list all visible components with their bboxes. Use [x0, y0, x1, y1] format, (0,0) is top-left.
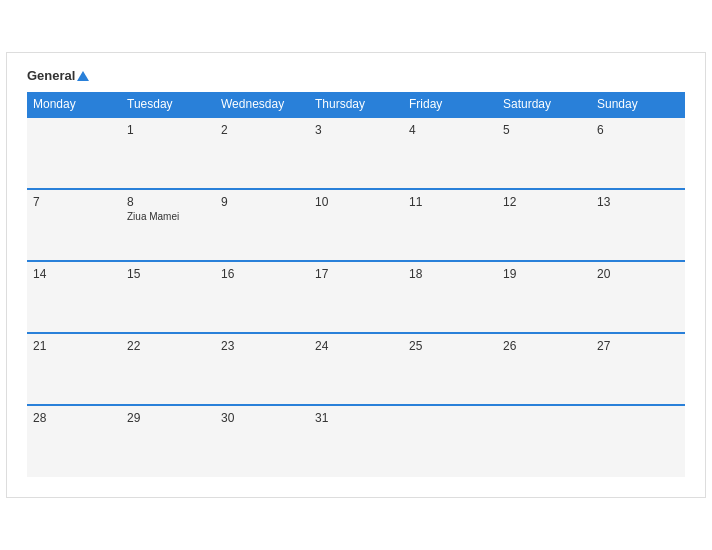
logo-general-text: General: [27, 69, 89, 82]
calendar-week-row: 21222324252627: [27, 333, 685, 405]
day-number: 15: [127, 267, 209, 281]
day-number: 6: [597, 123, 679, 137]
logo: General: [27, 69, 89, 82]
calendar-week-row: 14151617181920: [27, 261, 685, 333]
calendar-cell: [497, 405, 591, 477]
day-number: 8: [127, 195, 209, 209]
day-number: 9: [221, 195, 303, 209]
day-number: 13: [597, 195, 679, 209]
day-number: 24: [315, 339, 397, 353]
calendar-cell: 27: [591, 333, 685, 405]
calendar-week-row: 78Ziua Mamei910111213: [27, 189, 685, 261]
weekday-header: Thursday: [309, 92, 403, 117]
calendar-cell: 29: [121, 405, 215, 477]
calendar-cell: 19: [497, 261, 591, 333]
calendar-cell: 1: [121, 117, 215, 189]
calendar-cell: 31: [309, 405, 403, 477]
day-number: 22: [127, 339, 209, 353]
calendar-cell: 6: [591, 117, 685, 189]
day-number: 2: [221, 123, 303, 137]
day-number: 14: [33, 267, 115, 281]
calendar-cell: 20: [591, 261, 685, 333]
calendar-cell: 24: [309, 333, 403, 405]
day-number: 3: [315, 123, 397, 137]
calendar-cell: 12: [497, 189, 591, 261]
day-number: 29: [127, 411, 209, 425]
day-number: 21: [33, 339, 115, 353]
weekday-header: Saturday: [497, 92, 591, 117]
day-number: 4: [409, 123, 491, 137]
day-number: 11: [409, 195, 491, 209]
day-number: 28: [33, 411, 115, 425]
day-number: 5: [503, 123, 585, 137]
day-number: 19: [503, 267, 585, 281]
calendar-cell: 17: [309, 261, 403, 333]
weekday-header: Wednesday: [215, 92, 309, 117]
calendar-cell: 28: [27, 405, 121, 477]
calendar-cell: 21: [27, 333, 121, 405]
day-number: 16: [221, 267, 303, 281]
weekday-header: Monday: [27, 92, 121, 117]
day-number: 1: [127, 123, 209, 137]
calendar-week-row: 123456: [27, 117, 685, 189]
calendar-cell: 10: [309, 189, 403, 261]
calendar-cell: 3: [309, 117, 403, 189]
calendar-cell: 9: [215, 189, 309, 261]
calendar-cell: 22: [121, 333, 215, 405]
calendar-cell: 7: [27, 189, 121, 261]
calendar-cell: 8Ziua Mamei: [121, 189, 215, 261]
calendar-cell: 13: [591, 189, 685, 261]
calendar-cell: 15: [121, 261, 215, 333]
logo-triangle-icon: [77, 71, 89, 81]
day-number: 26: [503, 339, 585, 353]
calendar-cell: 11: [403, 189, 497, 261]
day-number: 30: [221, 411, 303, 425]
day-number: 20: [597, 267, 679, 281]
calendar-cell: 25: [403, 333, 497, 405]
calendar-grid: MondayTuesdayWednesdayThursdayFridaySatu…: [27, 92, 685, 477]
holiday-label: Ziua Mamei: [127, 211, 209, 222]
weekday-header-row: MondayTuesdayWednesdayThursdayFridaySatu…: [27, 92, 685, 117]
calendar-cell: 23: [215, 333, 309, 405]
calendar-container: General MondayTuesdayWednesdayThursdayFr…: [6, 52, 706, 498]
weekday-header: Tuesday: [121, 92, 215, 117]
day-number: 31: [315, 411, 397, 425]
calendar-cell: [403, 405, 497, 477]
calendar-cell: 18: [403, 261, 497, 333]
calendar-cell: 14: [27, 261, 121, 333]
day-number: 25: [409, 339, 491, 353]
calendar-cell: 26: [497, 333, 591, 405]
day-number: 7: [33, 195, 115, 209]
calendar-header: General: [27, 69, 685, 82]
weekday-header: Friday: [403, 92, 497, 117]
calendar-cell: [27, 117, 121, 189]
calendar-cell: [591, 405, 685, 477]
calendar-week-row: 28293031: [27, 405, 685, 477]
calendar-cell: 5: [497, 117, 591, 189]
day-number: 12: [503, 195, 585, 209]
day-number: 23: [221, 339, 303, 353]
calendar-cell: 4: [403, 117, 497, 189]
day-number: 27: [597, 339, 679, 353]
calendar-cell: 16: [215, 261, 309, 333]
calendar-cell: 30: [215, 405, 309, 477]
weekday-header: Sunday: [591, 92, 685, 117]
day-number: 18: [409, 267, 491, 281]
day-number: 10: [315, 195, 397, 209]
calendar-cell: 2: [215, 117, 309, 189]
day-number: 17: [315, 267, 397, 281]
